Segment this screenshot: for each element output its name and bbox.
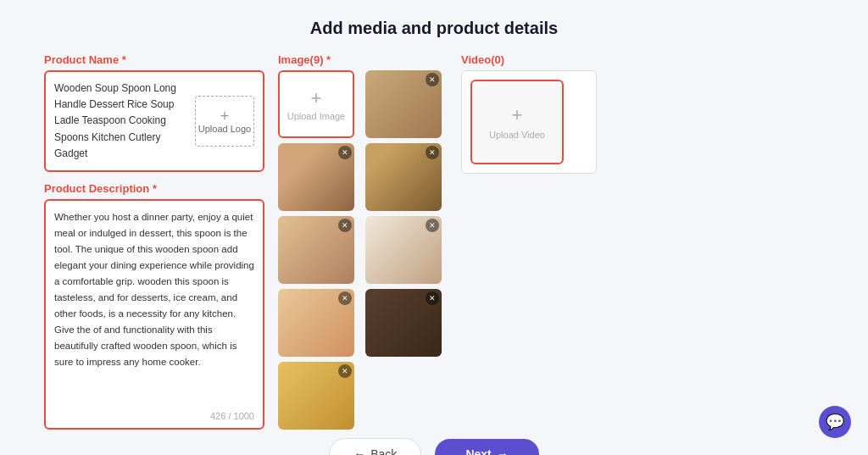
upload-video-button[interactable]: + Upload Video [470, 80, 564, 164]
remove-image-button[interactable]: ✕ [338, 364, 352, 378]
image-section-label: Image(9) * [278, 53, 448, 66]
product-description-label: Product Description * [44, 182, 264, 195]
image-item: ✕ [278, 216, 354, 284]
product-description-section: Product Description * Whether you host a… [44, 182, 264, 430]
upload-logo-label: Upload Logo [198, 124, 251, 134]
image-item: ✕ [278, 362, 354, 430]
image-item: ✕ [365, 289, 442, 357]
upload-image-button[interactable]: + Upload Image [278, 70, 354, 138]
product-name-box: Wooden Soup Spoon Long Handle Dessert Ri… [44, 70, 264, 172]
plus-icon: + [311, 87, 322, 109]
image-item: ✕ [365, 70, 442, 138]
video-upload-box: + Upload Video [461, 70, 597, 174]
back-arrow-icon: ← [353, 447, 365, 455]
next-arrow-icon: → [497, 447, 509, 455]
next-label: Next [465, 447, 491, 455]
upload-video-label: Upload Video [489, 130, 545, 140]
upload-image-label: Upload Image [287, 111, 346, 121]
image-item: ✕ [365, 216, 442, 284]
description-text: Whether you host a dinner party, enjoy a… [54, 209, 254, 370]
page-title: Add media and product details [310, 19, 558, 38]
plus-icon: + [220, 108, 230, 124]
remove-image-button[interactable]: ✕ [338, 146, 352, 159]
chat-icon: 💬 [826, 413, 844, 431]
char-count: 426 / 1000 [210, 411, 254, 421]
product-name-text: Wooden Soup Spoon Long Handle Dessert Ri… [54, 80, 188, 162]
remove-image-button[interactable]: ✕ [426, 219, 439, 232]
product-name-section: Product Name * Wooden Soup Spoon Long Ha… [44, 53, 264, 172]
image-grid: + Upload Image ✕ ✕ ✕ ✕ ✕ [278, 70, 448, 430]
chat-button[interactable]: 💬 [819, 406, 851, 438]
next-button[interactable]: Next → [435, 439, 538, 455]
plus-icon: + [512, 104, 523, 126]
image-item: ✕ [365, 143, 442, 211]
remove-image-button[interactable]: ✕ [338, 291, 352, 305]
remove-image-button[interactable]: ✕ [338, 219, 352, 232]
left-column: Product Name * Wooden Soup Spoon Long Ha… [44, 53, 264, 430]
main-content: Product Name * Wooden Soup Spoon Long Ha… [44, 53, 824, 430]
video-section: Video(0) + Upload Video [461, 53, 597, 430]
image-item: ✕ [278, 143, 354, 211]
back-button[interactable]: ← Back [329, 438, 421, 455]
remove-image-button[interactable]: ✕ [426, 73, 439, 86]
image-item: ✕ [278, 289, 354, 357]
bottom-bar: ← Back Next → [0, 430, 868, 455]
description-box[interactable]: Whether you host a dinner party, enjoy a… [44, 199, 264, 430]
video-section-label: Video(0) [461, 53, 597, 66]
remove-image-button[interactable]: ✕ [426, 146, 439, 159]
upload-logo-button[interactable]: + Upload Logo [195, 96, 254, 147]
product-name-label: Product Name * [44, 53, 264, 66]
back-label: Back [370, 447, 397, 455]
remove-image-button[interactable]: ✕ [426, 291, 439, 305]
image-section: Image(9) * + Upload Image ✕ ✕ ✕ ✕ [278, 53, 448, 430]
